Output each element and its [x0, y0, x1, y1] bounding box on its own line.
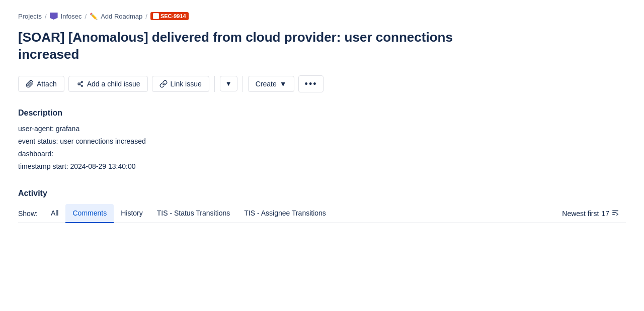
description-content: user-agent: grafana event status: user c… [18, 123, 626, 173]
breadcrumb-projects[interactable]: Projects [18, 13, 42, 20]
attach-button[interactable]: Attach [18, 76, 64, 92]
page-title: [SOAR] [Anomalous] delivered from cloud … [18, 29, 471, 63]
description-line-1: user-agent: grafana [18, 123, 626, 135]
issue-id-label: SEC-9914 [160, 13, 186, 19]
link-chevron-button[interactable]: ▼ [220, 76, 237, 91]
description-line-4: timestamp start: 2024-08-29 13:40:00 [18, 160, 626, 173]
activity-right: Newest first 17 [555, 204, 626, 223]
add-child-label: Add a child issue [87, 80, 140, 88]
breadcrumb: Projects / Infosec / ✏️ Add Roadmap / SE… [18, 12, 626, 20]
svg-line-3 [79, 82, 81, 83]
sort-icon [612, 209, 619, 218]
activity-title: Activity [18, 189, 626, 198]
more-button[interactable]: ••• [298, 75, 324, 92]
filter-tis-status[interactable]: TIS - Status Transitions [150, 204, 237, 223]
attach-label: Attach [37, 80, 57, 88]
description-title: Description [18, 109, 626, 118]
newest-first-label: Newest first [562, 210, 599, 218]
toolbar: Attach Add a child issue [18, 75, 626, 92]
toolbar-divider-1 [214, 76, 215, 92]
more-dots-icon: ••• [305, 79, 317, 88]
svg-line-4 [79, 84, 81, 85]
filter-tis-assignee[interactable]: TIS - Assignee Transitions [237, 204, 333, 223]
sec-badge-icon [153, 13, 159, 19]
breadcrumb-sep-2: / [85, 13, 87, 20]
description-line-3: dashboard: [18, 148, 626, 160]
flag-icon [50, 13, 58, 20]
link-issue-label: Link issue [171, 80, 202, 88]
create-chevron-icon: ▼ [280, 80, 287, 88]
activity-section: Activity Show: All Comments History TIS … [18, 189, 626, 223]
toolbar-divider-2 [243, 76, 243, 92]
issue-id-badge[interactable]: SEC-9914 [150, 12, 189, 20]
breadcrumb-sep-1: / [45, 13, 47, 20]
newest-first-count: 17 [601, 210, 609, 218]
pencil-icon: ✏️ [90, 13, 98, 20]
filter-history[interactable]: History [114, 204, 150, 223]
newest-first-button[interactable]: Newest first 17 [555, 204, 626, 223]
chevron-down-icon: ▼ [225, 80, 232, 87]
create-label: Create [256, 80, 277, 88]
breadcrumb-roadmap[interactable]: Add Roadmap [101, 13, 142, 20]
breadcrumb-sep-3: / [145, 13, 147, 20]
link-issue-button[interactable]: Link issue [152, 76, 209, 92]
filter-all[interactable]: All [44, 204, 66, 223]
add-child-icon [76, 80, 84, 88]
description-line-2: event status: user connections increased [18, 135, 626, 148]
attach-icon [26, 80, 34, 88]
create-button[interactable]: Create ▼ [248, 76, 294, 92]
add-child-issue-button[interactable]: Add a child issue [68, 76, 148, 92]
breadcrumb-infosec[interactable]: Infosec [61, 13, 82, 20]
activity-toolbar: Show: All Comments History TIS - Status … [18, 204, 626, 223]
filter-comments[interactable]: Comments [65, 204, 114, 223]
link-icon [159, 80, 168, 88]
show-label: Show: [18, 210, 38, 218]
description-section: Description user-agent: grafana event st… [18, 109, 626, 173]
